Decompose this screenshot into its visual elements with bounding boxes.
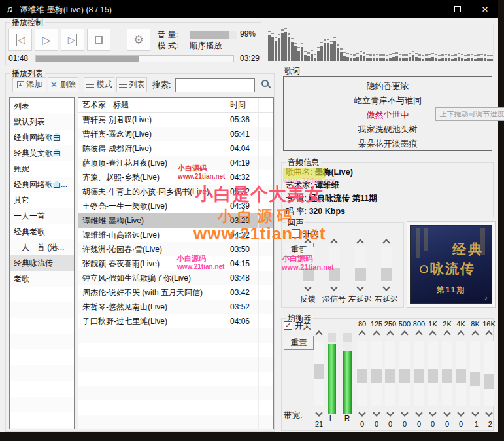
song-row[interactable]: 萨顶顶-春江花月夜(Live)04:19	[78, 156, 273, 170]
song-row[interactable]: 钟立风-假如生活欺骗了你(Live)03:48	[78, 271, 273, 285]
slider-thumb[interactable]	[303, 268, 314, 281]
slider-track[interactable]	[484, 341, 494, 406]
eq-band-1K[interactable]: 1K0	[426, 320, 440, 430]
up-arrow-icon[interactable]	[315, 330, 322, 338]
echo-slider[interactable]: 右延迟	[377, 239, 396, 305]
song-row[interactable]: 齐豫、赵照-乡愁(Live)04:32	[78, 170, 273, 185]
song-table[interactable]: 艺术家 - 标题 时间 曹轩宾-别君叹(Live)05:36曹轩宾-遥念词(Li…	[78, 97, 274, 429]
slider-thumb[interactable]	[484, 374, 494, 389]
add-button[interactable]: 添加	[12, 77, 46, 92]
mode-value[interactable]: 顺序播放	[190, 41, 222, 52]
down-arrow-icon[interactable]	[457, 409, 464, 416]
sidebar-item[interactable]: 经典咏流传	[10, 255, 74, 271]
slider-track[interactable]	[381, 247, 392, 283]
slider-thumb[interactable]	[385, 369, 395, 383]
song-row[interactable]: 谭维维-墨梅(Live)03:29	[78, 213, 273, 228]
down-arrow-icon[interactable]	[356, 283, 363, 291]
maximize-button[interactable]	[443, 0, 472, 18]
up-arrow-icon[interactable]	[401, 330, 408, 338]
slider-thumb[interactable]	[357, 369, 367, 383]
down-arrow-icon[interactable]	[401, 409, 408, 416]
song-row[interactable]: 曹轩宾-遥念词(Live)05:41	[78, 127, 273, 141]
mode-button[interactable]: 模式	[84, 77, 114, 92]
up-arrow-icon[interactable]	[358, 330, 365, 338]
settings-button[interactable]	[127, 29, 150, 51]
slider-track[interactable]	[314, 341, 324, 406]
sidebar-list[interactable]: 列表默认列表经典网络歌曲经典英文歌曲甄妮经典网络歌曲...其它一人一首经典老歌一…	[9, 97, 75, 429]
up-arrow-icon[interactable]	[485, 330, 492, 338]
song-row[interactable]: 周杰伦-说好不哭 (with 五月天阿信)03:42	[78, 285, 273, 300]
up-arrow-icon[interactable]	[429, 330, 436, 338]
eq-band-8K[interactable]: 8K-1	[468, 320, 482, 430]
slider-track[interactable]	[456, 341, 466, 406]
slider-thumb[interactable]	[456, 369, 466, 383]
song-row[interactable]: 曹轩宾-别君叹(Live)05:36	[78, 113, 273, 127]
down-arrow-icon[interactable]	[382, 283, 390, 291]
slider-thumb[interactable]	[314, 364, 324, 379]
slider-track[interactable]	[399, 341, 410, 406]
slider-thumb[interactable]	[381, 268, 392, 281]
slider-track[interactable]	[371, 341, 382, 406]
down-arrow-icon[interactable]	[429, 409, 436, 416]
equalizer-switch-checkbox[interactable]	[284, 321, 292, 330]
song-row[interactable]: 谭维维-山高路远(Live)04:32	[78, 228, 273, 242]
list-button[interactable]: 列表	[116, 77, 147, 92]
eq-band-250[interactable]: 2500	[383, 320, 397, 430]
slider-track[interactable]	[385, 341, 395, 406]
eq-band-4K[interactable]: 4K0	[454, 320, 468, 430]
echo-slider[interactable]: 湿信号	[324, 239, 344, 305]
column-title[interactable]: 艺术家 - 标题	[78, 99, 227, 111]
close-button[interactable]	[472, 0, 498, 18]
down-arrow-icon[interactable]	[443, 409, 450, 416]
previous-button[interactable]	[8, 29, 32, 51]
eq-band-800[interactable]: 8000	[412, 320, 426, 430]
echo-slider[interactable]: 左延迟	[350, 239, 370, 305]
eq-band-16K[interactable]: 16K-2	[482, 320, 496, 430]
search-icon[interactable]	[261, 80, 269, 87]
echo-switch-checkbox[interactable]	[292, 229, 300, 238]
sidebar-item[interactable]: 经典老歌	[10, 224, 74, 239]
slider-thumb[interactable]	[470, 372, 480, 386]
song-table-header[interactable]: 艺术家 - 标题 时间	[78, 98, 273, 113]
volume-slider[interactable]	[190, 31, 237, 39]
eq-band-80[interactable]: 800	[355, 320, 369, 430]
up-arrow-icon[interactable]	[443, 330, 450, 338]
song-row[interactable]: 陈彼得-成都府(Live)04:04	[78, 141, 273, 156]
sidebar-item[interactable]: 其它	[10, 192, 74, 208]
slider-track[interactable]	[329, 247, 340, 283]
down-arrow-icon[interactable]	[471, 409, 479, 416]
down-arrow-icon[interactable]	[304, 283, 311, 291]
slider-track[interactable]	[414, 341, 424, 406]
down-arrow-icon[interactable]	[485, 409, 492, 416]
slider-track[interactable]	[442, 341, 452, 406]
slider-thumb[interactable]	[414, 369, 424, 383]
eq-band-2K[interactable]: 2K0	[440, 320, 454, 430]
up-arrow-icon[interactable]	[356, 239, 363, 246]
column-time[interactable]: 时间	[227, 99, 258, 111]
up-arrow-icon[interactable]	[382, 239, 390, 246]
down-arrow-icon[interactable]	[373, 409, 380, 416]
song-row[interactable]: 朱哲琴-悠然见南山(Live)03:52	[78, 300, 273, 314]
minimize-button[interactable]	[413, 0, 443, 18]
slider-track[interactable]	[357, 341, 367, 406]
slider-thumb[interactable]	[442, 369, 452, 383]
song-row[interactable]: 张靓颖-春夜喜雨(Live)04:15	[78, 256, 273, 271]
up-arrow-icon[interactable]	[304, 239, 311, 246]
next-button[interactable]	[61, 29, 84, 51]
stop-button[interactable]	[87, 29, 110, 51]
slider-track[interactable]	[470, 341, 480, 406]
down-arrow-icon[interactable]	[358, 409, 365, 416]
slider-track[interactable]	[428, 341, 438, 406]
down-arrow-icon[interactable]	[386, 409, 394, 416]
sidebar-item[interactable]: 经典英文歌曲	[10, 145, 74, 161]
slider-thumb[interactable]	[428, 369, 438, 383]
song-row[interactable]: 胡德夫-牛背上的小孩·回乡偶书(Live)05:32	[78, 185, 273, 199]
bandwidth-slider[interactable]: 21	[312, 320, 326, 430]
up-arrow-icon[interactable]	[415, 330, 422, 338]
sidebar-item[interactable]: 老歌	[10, 271, 74, 287]
slider-thumb[interactable]	[355, 268, 366, 281]
sidebar-item[interactable]: 经典网络歌曲...	[10, 177, 74, 192]
song-row[interactable]: 王铮亮-一生一阕歌(Live)04:39	[78, 199, 273, 213]
song-row[interactable]: 子曰秋野-过七里滩(Live)04:06	[78, 314, 273, 328]
down-arrow-icon[interactable]	[415, 409, 422, 416]
